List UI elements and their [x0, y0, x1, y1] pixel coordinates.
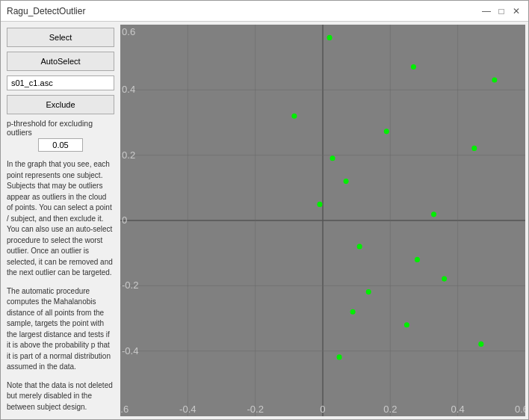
left-panel: Select AutoSelect Exclude p-threshold fo… — [1, 22, 120, 419]
svg-point-34 — [442, 276, 447, 281]
svg-text:0: 0 — [122, 214, 127, 226]
titlebar: Ragu_DetectOutlier — □ ✕ — [1, 1, 528, 22]
svg-point-36 — [350, 309, 356, 315]
exclude-button[interactable]: Exclude — [7, 95, 114, 114]
svg-text:0.2: 0.2 — [383, 404, 397, 415]
svg-point-35 — [366, 289, 371, 294]
svg-point-26 — [492, 77, 497, 82]
main-content: Select AutoSelect Exclude p-threshold fo… — [1, 22, 528, 419]
maximize-button[interactable]: □ — [495, 5, 507, 17]
chart-panel[interactable]: -0.6 -0.4 -0.2 0 0.2 0.4 0.6 0.4 0.2 0 -… — [120, 25, 525, 416]
description-para1: In the graph that you see, each point re… — [7, 159, 114, 279]
svg-text:-0.2: -0.2 — [122, 280, 138, 291]
file-input[interactable] — [7, 75, 114, 90]
svg-point-28 — [471, 146, 477, 151]
main-window: Ragu_DetectOutlier — □ ✕ Select AutoSele… — [0, 0, 529, 420]
svg-point-37 — [404, 322, 409, 327]
svg-point-40 — [291, 114, 297, 119]
svg-text:-0.4: -0.4 — [179, 404, 196, 415]
done-btn-wrap: Done — [7, 417, 114, 419]
autoselect-button[interactable]: AutoSelect — [7, 52, 114, 71]
svg-text:0.2: 0.2 — [122, 149, 135, 161]
svg-point-30 — [317, 202, 322, 207]
svg-text:-0.2: -0.2 — [247, 404, 263, 415]
description-para3: Note that the data is not deleted but me… — [7, 380, 114, 413]
svg-point-33 — [415, 257, 420, 262]
svg-point-25 — [411, 64, 416, 70]
threshold-label: p-threshold for excluding outliers — [7, 119, 114, 137]
close-button[interactable]: ✕ — [510, 5, 522, 17]
window-title: Ragu_DetectOutlier — [7, 6, 85, 16]
svg-point-31 — [431, 211, 436, 217]
description-para2: The automatic procedure computes the Mah… — [7, 286, 114, 373]
select-button[interactable]: Select — [7, 28, 114, 47]
titlebar-controls: — □ ✕ — [480, 5, 522, 17]
svg-text:-0.4: -0.4 — [122, 345, 138, 356]
threshold-section: p-threshold for excluding outliers — [7, 119, 114, 152]
svg-text:0: 0 — [320, 404, 325, 415]
svg-point-38 — [478, 342, 483, 347]
threshold-input[interactable] — [38, 138, 83, 152]
minimize-button[interactable]: — — [480, 5, 492, 17]
svg-point-27 — [384, 129, 389, 134]
svg-point-24 — [327, 35, 332, 40]
svg-text:0.4: 0.4 — [451, 404, 465, 415]
scatter-chart: -0.6 -0.4 -0.2 0 0.2 0.4 0.6 0.4 0.2 0 -… — [120, 25, 525, 416]
svg-text:0.6: 0.6 — [515, 404, 525, 415]
svg-point-29 — [344, 179, 349, 184]
svg-point-39 — [337, 354, 342, 359]
svg-text:-0.6: -0.6 — [120, 404, 129, 415]
svg-point-41 — [330, 155, 335, 161]
svg-text:0.4: 0.4 — [122, 84, 135, 95]
svg-text:0.6: 0.6 — [122, 26, 135, 37]
svg-point-32 — [357, 244, 362, 249]
